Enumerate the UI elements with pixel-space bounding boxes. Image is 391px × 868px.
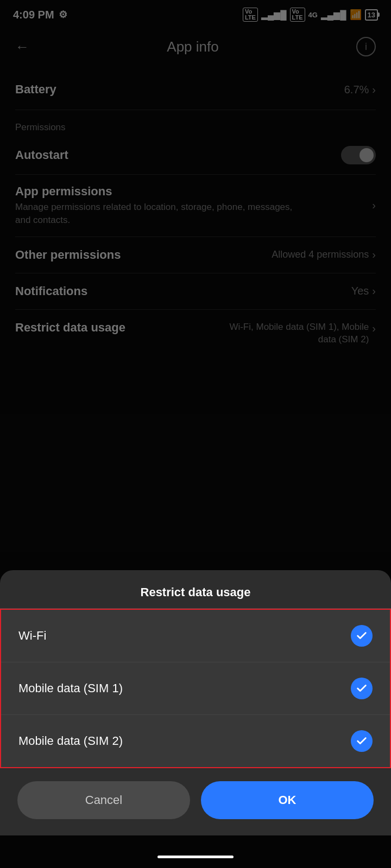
sim2-option-row[interactable]: Mobile data (SIM 2) xyxy=(1,715,390,767)
wifi-option-label: Wi-Fi xyxy=(18,629,46,643)
sheet-buttons: Cancel OK xyxy=(0,768,391,825)
sim1-check-icon xyxy=(356,682,368,694)
ok-button[interactable]: OK xyxy=(201,781,374,819)
sheet-title: Restrict data usage xyxy=(0,570,391,608)
sim2-option-label: Mobile data (SIM 2) xyxy=(18,734,123,748)
options-group: Wi-Fi Mobile data (SIM 1) Mobile data (S… xyxy=(0,609,391,768)
home-indicator xyxy=(157,856,234,858)
wifi-option-row[interactable]: Wi-Fi xyxy=(1,610,390,662)
sim1-checkbox[interactable] xyxy=(351,678,373,699)
sim1-option-row[interactable]: Mobile data (SIM 1) xyxy=(1,662,390,715)
sim1-option-label: Mobile data (SIM 1) xyxy=(18,681,123,695)
sim2-checkbox[interactable] xyxy=(351,730,373,752)
wifi-checkbox[interactable] xyxy=(351,625,373,647)
wifi-check-icon xyxy=(356,630,368,642)
cancel-button[interactable]: Cancel xyxy=(17,781,190,819)
sim2-check-icon xyxy=(356,735,368,747)
bottom-sheet: Restrict data usage Wi-Fi Mobile data (S… xyxy=(0,570,391,835)
